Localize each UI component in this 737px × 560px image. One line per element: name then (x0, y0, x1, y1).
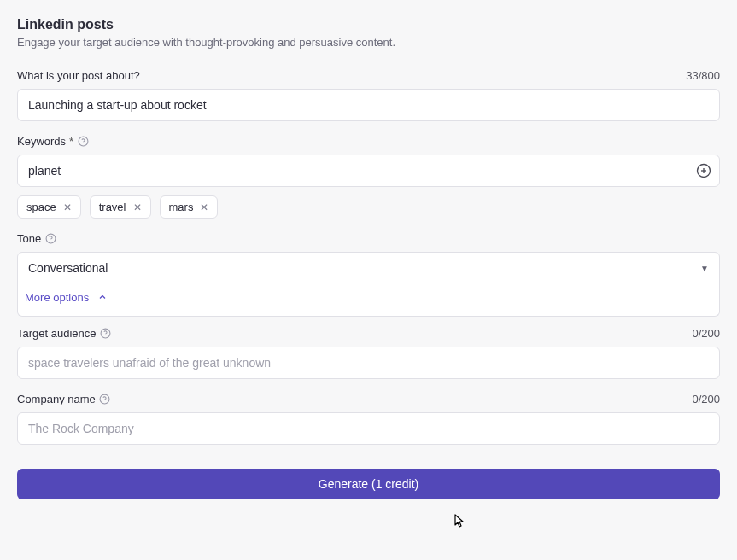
keywords-input[interactable] (17, 155, 720, 187)
keyword-tags: space ✕ travel ✕ mars ✕ (17, 195, 720, 219)
target-audience-field: Target audience 0/200 (17, 327, 720, 379)
post-about-input[interactable] (17, 89, 720, 121)
tone-label: Tone (17, 232, 56, 245)
chevron-down-icon: ▼ (700, 264, 709, 273)
company-name-label-text: Company name (17, 393, 96, 405)
target-audience-label-text: Target audience (17, 327, 97, 340)
target-audience-input[interactable] (17, 347, 720, 379)
keyword-tag: mars ✕ (160, 195, 219, 219)
keyword-tag-label: space (26, 201, 56, 213)
keywords-label-text: Keywords (17, 135, 66, 148)
post-about-field: What is your post about? 33/800 (17, 69, 720, 121)
close-icon[interactable]: ✕ (133, 202, 142, 213)
company-name-input[interactable] (17, 412, 720, 445)
help-icon[interactable] (44, 233, 56, 245)
plus-circle-icon (696, 163, 711, 178)
post-about-label: What is your post about? (17, 69, 140, 82)
keyword-tag-label: mars (169, 201, 194, 213)
target-audience-label: Target audience (17, 327, 112, 340)
keyword-tag: space ✕ (17, 195, 81, 219)
help-icon[interactable] (77, 136, 89, 148)
help-icon[interactable] (99, 394, 111, 405)
tone-selected-value: Conversational (28, 261, 108, 275)
more-options-label: More options (25, 291, 89, 304)
company-name-label: Company name (17, 393, 111, 405)
close-icon[interactable]: ✕ (200, 202, 208, 213)
generate-bar: Generate (1 credit) (17, 469, 720, 499)
tone-label-text: Tone (17, 232, 41, 245)
chevron-up-icon (97, 292, 108, 304)
tone-field: Tone Conversational ▼ (17, 232, 720, 284)
required-marker: * (69, 135, 73, 148)
help-icon[interactable] (100, 328, 112, 340)
company-name-counter: 0/200 (692, 393, 720, 405)
keywords-field: Keywords * space ✕ travel ✕ mar (17, 135, 720, 219)
target-audience-counter: 0/200 (692, 327, 720, 340)
page-subtitle: Engage your target audience with thought… (17, 36, 720, 49)
cursor-pointer-icon (450, 513, 467, 535)
close-icon[interactable]: ✕ (63, 202, 72, 213)
add-keyword-button[interactable] (694, 161, 713, 180)
keyword-tag: travel ✕ (90, 195, 151, 219)
post-about-counter: 33/800 (686, 69, 720, 82)
page-title: Linkedin posts (17, 17, 720, 32)
tone-select[interactable]: Conversational ▼ (17, 252, 720, 284)
form-container: Linkedin posts Engage your target audien… (17, 17, 720, 499)
keyword-tag-label: travel (99, 201, 126, 213)
keywords-label: Keywords * (17, 135, 89, 148)
company-name-field: Company name 0/200 (17, 393, 720, 445)
generate-button[interactable]: Generate (1 credit) (17, 469, 720, 499)
more-options-toggle[interactable]: More options (17, 283, 720, 317)
